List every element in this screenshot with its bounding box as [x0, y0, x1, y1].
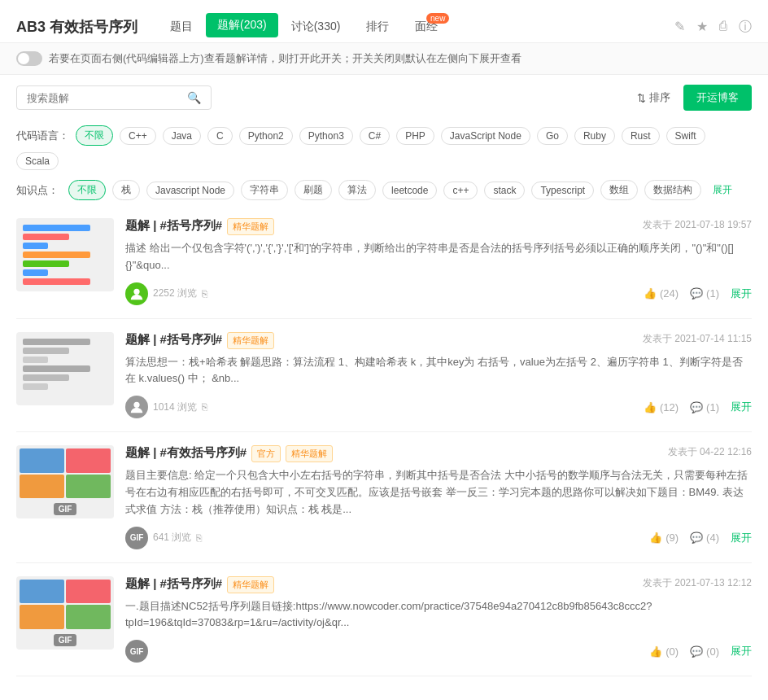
like-button[interactable]: 👍 (12) [644, 401, 679, 413]
solution-thumbnail: GIF [16, 576, 114, 650]
star-icon[interactable]: ★ [696, 19, 708, 36]
like-button[interactable]: 👍 (0) [649, 645, 679, 658]
tab-rank[interactable]: 排行 [353, 11, 402, 42]
copy-icon[interactable]: ⎘ [202, 288, 207, 300]
like-button[interactable]: 👍 (24) [644, 287, 679, 300]
badge-featured: 精华题解 [227, 332, 274, 349]
solution-header: 题解 | #括号序列#精华题解发表于 2021-07-13 12:12 [125, 576, 752, 593]
copy-icon[interactable]: ⎘ [202, 401, 207, 413]
knowledge-tag-字符串[interactable]: 字符串 [241, 180, 288, 200]
solution-header: 题解 | #括号序列#精华题解发表于 2021-07-18 19:57 [125, 218, 752, 235]
solution-description: 描述 给出一个仅包含字符'(',')','{','}','['和']'的字符串，… [125, 240, 752, 274]
solution-content: 题解 | #有效括号序列#官方精华题解发表于 04-22 12:16题目主要信息… [125, 445, 752, 549]
code-lang-filter: 代码语言： 不限C++JavaCPython2Python3C#PHPJavaS… [0, 120, 768, 175]
code-lang-tag-c#[interactable]: C# [360, 127, 390, 145]
solution-title[interactable]: 题解 | #有效括号序列# [125, 445, 247, 459]
copy-icon[interactable]: ⎘ [196, 532, 202, 544]
tab-problem[interactable]: 题目 [157, 11, 206, 42]
solution-title[interactable]: 题解 | #括号序列# [125, 218, 222, 232]
more-icon[interactable]: ⓘ [739, 19, 752, 36]
solution-description: 一.题目描述NC52括号序列题目链接:https://www.nowcoder.… [125, 598, 752, 632]
comment-button[interactable]: 💬 (4) [690, 532, 719, 544]
comment-button[interactable]: 💬 (0) [690, 645, 719, 658]
like-count: (24) [660, 287, 679, 300]
new-badge: new [426, 13, 449, 24]
comment-count: (4) [706, 532, 719, 544]
expand-button[interactable]: 展开 [731, 287, 752, 301]
code-lang-tag-c++[interactable]: C++ [120, 127, 156, 145]
knowledge-tag-数据结构[interactable]: 数据结构 [644, 180, 701, 200]
toggle-bar: 若要在页面右侧(代码编辑器上方)查看题解详情，则打开此开关；开关关闭则默认在左侧… [0, 43, 768, 75]
avatar: GIF [125, 640, 148, 663]
comment-count: (1) [706, 401, 719, 413]
header-icons: ✎ ★ ⎙ ⓘ [674, 19, 752, 36]
knowledge-tag-javascript_node[interactable]: Javascript Node [146, 182, 234, 199]
knowledge-tag-栈[interactable]: 栈 [112, 180, 140, 200]
expand-button[interactable]: 展开 [731, 400, 752, 414]
comment-count: (0) [706, 645, 719, 658]
share-icon[interactable]: ⎙ [719, 19, 727, 36]
comment-button[interactable]: 💬 (1) [690, 401, 719, 413]
code-lang-tag-不限[interactable]: 不限 [76, 125, 113, 146]
knowledge-tag-不限[interactable]: 不限 [68, 180, 106, 200]
solution-title[interactable]: 题解 | #括号序列# [125, 576, 222, 590]
comment-button[interactable]: 💬 (1) [690, 287, 719, 300]
solution-author: 1014 浏览⎘ [125, 396, 207, 418]
like-button[interactable]: 👍 (9) [649, 532, 679, 544]
solution-content: 题解 | #括号序列#精华题解发表于 2021-07-13 12:12一.题目描… [125, 576, 752, 663]
code-lang-tag-javascript_node[interactable]: JavaScript Node [441, 127, 530, 145]
solution-author: GIF641 浏览⎘ [125, 527, 202, 549]
badge-featured: 精华题解 [286, 445, 333, 462]
knowledge-tag-数组[interactable]: 数组 [600, 180, 638, 200]
solution-date: 发表于 2021-07-18 19:57 [643, 218, 752, 232]
code-lang-tag-swift[interactable]: Swift [666, 127, 705, 145]
solution-description: 算法思想一：栈+哈希表 解题思路：算法流程 1、构建哈希表 k，其中key为 右… [125, 354, 752, 388]
badge-official: 官方 [251, 445, 281, 462]
search-input[interactable] [27, 92, 187, 104]
code-lang-tag-python2[interactable]: Python2 [239, 127, 293, 145]
tab-solution[interactable]: 题解(203) [206, 13, 278, 37]
solution-content: 题解 | #括号序列#精华题解发表于 2021-07-18 19:57描述 给出… [125, 218, 752, 305]
solution-content: 题解 | #括号序列#精华题解发表于 2021-07-14 11:15算法思想一… [125, 332, 752, 419]
code-lang-tag-go[interactable]: Go [537, 127, 568, 145]
solution-date: 发表于 2021-07-13 12:12 [643, 576, 752, 590]
solution-actions: 👍 (12)💬 (1)展开 [644, 400, 752, 414]
code-lang-tag-python3[interactable]: Python3 [299, 127, 353, 145]
code-lang-tag-c[interactable]: C [207, 127, 233, 145]
solution-title[interactable]: 题解 | #括号序列# [125, 332, 222, 346]
like-count: (9) [665, 532, 679, 544]
expand-button[interactable]: 展开 [731, 644, 752, 658]
toggle-switch[interactable] [16, 51, 42, 66]
page-title: AB3 有效括号序列 [16, 17, 137, 37]
knowledge-tag-leetcode[interactable]: leetcode [382, 182, 437, 199]
knowledge-tag-stack[interactable]: stack [484, 182, 525, 199]
knowledge-label: 知识点： [16, 183, 62, 198]
edit-icon[interactable]: ✎ [674, 19, 685, 36]
header-tabs: 题目题解(203)讨论(330)排行面经new [157, 11, 674, 42]
solution-title-wrap: 题解 | #括号序列#精华题解 [125, 218, 274, 235]
code-lang-tag-ruby[interactable]: Ruby [574, 127, 615, 145]
sort-label: 排序 [649, 90, 670, 105]
solution-item: GIF 题解 | #括号序列#精华题解发表于 2021-07-13 12:12一… [16, 563, 752, 677]
sort-icon: ⇅ [637, 92, 646, 104]
code-lang-tag-rust[interactable]: Rust [622, 127, 660, 145]
solution-thumbnail: GIF [16, 445, 114, 518]
code-lang-tag-scala[interactable]: Scala [16, 152, 59, 170]
solution-title-wrap: 题解 | #括号序列#精华题解 [125, 332, 274, 349]
code-lang-tag-java[interactable]: Java [163, 127, 201, 145]
tab-interview[interactable]: 面经new [402, 11, 451, 42]
tab-discussion[interactable]: 讨论(330) [278, 11, 354, 42]
start-blog-button[interactable]: 开运博客 [683, 85, 752, 111]
knowledge-tag-typescript[interactable]: Typescript [531, 182, 594, 199]
code-lang-tag-php[interactable]: PHP [396, 127, 434, 145]
knowledge-tag-c++[interactable]: c++ [443, 182, 478, 199]
code-lang-label: 代码语言： [16, 129, 69, 143]
solution-title-wrap: 题解 | #括号序列#精华题解 [125, 576, 274, 593]
like-count: (12) [660, 401, 679, 413]
search-box[interactable]: 🔍 [16, 85, 212, 110]
expand-knowledge-button[interactable]: 展开 [708, 181, 737, 199]
expand-button[interactable]: 展开 [731, 531, 752, 545]
knowledge-tag-刷题[interactable]: 刷题 [295, 180, 332, 200]
sort-button[interactable]: ⇅ 排序 [637, 90, 670, 105]
knowledge-tag-算法[interactable]: 算法 [338, 180, 376, 200]
